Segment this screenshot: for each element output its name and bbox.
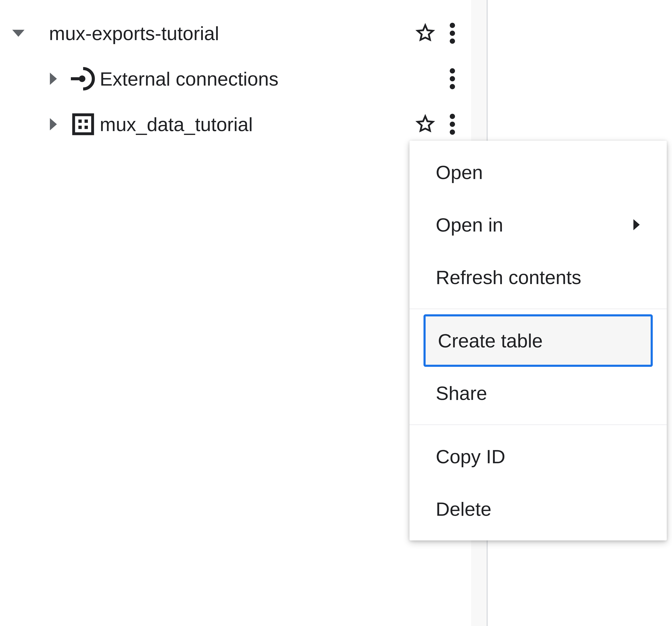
tree-row-dataset[interactable]: mux_data_tutorial bbox=[5, 101, 464, 147]
more-actions-icon[interactable] bbox=[441, 114, 464, 135]
expand-icon[interactable] bbox=[40, 117, 67, 131]
menu-item-refresh-contents[interactable]: Refresh contents bbox=[409, 251, 667, 304]
submenu-arrow-icon bbox=[630, 218, 641, 231]
menu-item-open-in[interactable]: Open in bbox=[409, 198, 667, 251]
menu-item-create-table[interactable]: Create table bbox=[409, 314, 667, 367]
tree-item-label: mux_data_tutorial bbox=[100, 113, 409, 136]
connection-icon bbox=[67, 67, 100, 91]
tree-row-external-connections[interactable]: External connections bbox=[5, 56, 464, 101]
menu-item-label: Open in bbox=[436, 214, 630, 236]
svg-point-3 bbox=[450, 39, 455, 44]
svg-rect-12 bbox=[78, 120, 82, 123]
menu-item-delete[interactable]: Delete bbox=[409, 483, 667, 535]
svg-rect-14 bbox=[78, 126, 82, 129]
menu-separator bbox=[409, 425, 667, 425]
svg-marker-4 bbox=[50, 73, 57, 85]
svg-point-17 bbox=[450, 122, 455, 127]
more-actions-icon[interactable] bbox=[441, 68, 464, 89]
menu-item-label: Delete bbox=[436, 498, 641, 520]
menu-item-share[interactable]: Share bbox=[409, 367, 667, 419]
tree-row-project[interactable]: mux-exports-tutorial bbox=[5, 10, 464, 56]
menu-item-label: Refresh contents bbox=[436, 266, 641, 288]
svg-marker-10 bbox=[50, 118, 57, 130]
more-actions-icon[interactable] bbox=[441, 23, 464, 44]
tree-item-label: External connections bbox=[100, 68, 409, 90]
menu-item-copy-id[interactable]: Copy ID bbox=[409, 430, 667, 483]
svg-marker-19 bbox=[633, 219, 640, 230]
svg-point-18 bbox=[450, 129, 455, 135]
svg-point-8 bbox=[450, 76, 455, 81]
expand-icon[interactable] bbox=[40, 72, 67, 86]
svg-marker-0 bbox=[12, 30, 24, 37]
svg-point-6 bbox=[79, 75, 86, 82]
collapse-icon[interactable] bbox=[5, 29, 31, 38]
svg-point-9 bbox=[450, 84, 455, 89]
dataset-icon bbox=[67, 113, 100, 136]
menu-item-label: Copy ID bbox=[436, 446, 641, 467]
svg-point-2 bbox=[450, 31, 455, 36]
explorer-tree: mux-exports-tutorial External connection… bbox=[5, 10, 464, 147]
tree-project-label: mux-exports-tutorial bbox=[31, 22, 409, 45]
context-menu: Open Open in Refresh contents Create tab… bbox=[409, 141, 667, 540]
svg-point-1 bbox=[450, 23, 455, 28]
menu-item-label: Open bbox=[436, 161, 641, 184]
star-icon[interactable] bbox=[409, 23, 441, 44]
star-icon[interactable] bbox=[409, 114, 441, 135]
menu-item-label: Share bbox=[436, 382, 641, 404]
svg-rect-11 bbox=[74, 115, 93, 134]
svg-point-16 bbox=[450, 114, 455, 119]
menu-item-label: Create table bbox=[438, 330, 639, 352]
menu-separator bbox=[409, 309, 667, 309]
svg-point-7 bbox=[450, 68, 455, 73]
svg-rect-13 bbox=[85, 120, 88, 123]
svg-rect-15 bbox=[85, 126, 88, 129]
menu-item-open[interactable]: Open bbox=[409, 146, 667, 198]
